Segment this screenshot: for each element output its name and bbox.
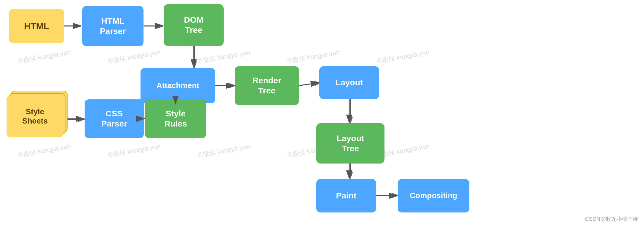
layout-tree-node: LayoutTree (316, 123, 384, 164)
paint-node: Paint (316, 179, 376, 212)
html-node: HTML (9, 9, 64, 43)
style-sheets-wrapper: StyleSheets (7, 95, 63, 137)
dom-tree-node: DOMTree (164, 4, 224, 46)
watermark-6: ©康佳 kangjia.yan (18, 142, 71, 160)
credit-text: CSDN@数九小桃子呀 (585, 215, 638, 223)
attachment-node: Attachment (141, 68, 215, 103)
watermark-5: ©康佳 kangjia.yan (376, 48, 430, 66)
watermark-3: ©康佳 kangjia.yan (197, 48, 251, 66)
html-parser-node: HTMLParser (82, 6, 144, 46)
watermark-8: ©康佳 kangjia.yan (197, 142, 251, 160)
style-sheets-node: StyleSheets (7, 95, 63, 137)
watermark-7: ©康佳 kangjia.yan (107, 142, 161, 160)
render-tree-node: RenderTree (235, 66, 299, 105)
css-parser-node: CSSParser (85, 99, 144, 138)
svg-line-4 (297, 83, 321, 86)
watermark-1: ©康佳 kangjia.yan (18, 48, 71, 66)
diagram-container: HTML HTMLParser DOMTree Attachment Rende… (0, 0, 644, 225)
compositing-node: Compositing (398, 179, 469, 212)
watermark-2: ©康佳 kangjia.yan (107, 48, 161, 66)
style-rules-node: StyleRules (145, 99, 206, 138)
watermark-4: ©康佳 kangjia.yan (287, 48, 341, 66)
layout-node: Layout (319, 66, 379, 99)
